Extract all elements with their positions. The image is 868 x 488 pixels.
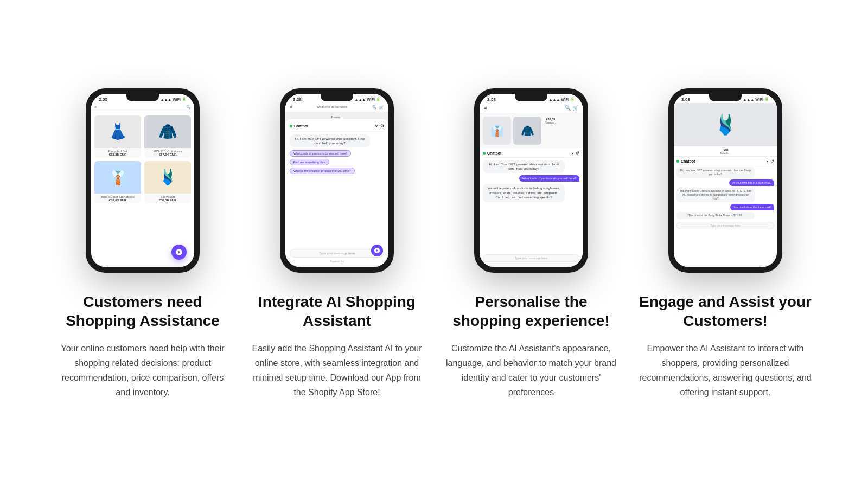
p3-user-message: What kinds of products do you sell here? (519, 175, 579, 182)
phone-screen-2: 3:28 ▲▲▲ WiFi 🔋 ≡ Welcome to our store (285, 94, 388, 267)
p4-bot-reply-1: The Party Eddie Dress is available in si… (676, 188, 755, 202)
time-4: 3:08 (681, 97, 690, 102)
p3-shop-header: ≡ 🔍 🛒 (480, 103, 583, 113)
p4-refresh-icon[interactable]: ↺ (770, 159, 774, 164)
p3-menu-icon: ≡ (484, 105, 487, 111)
p3-collapse-icon[interactable]: ∨ (571, 151, 574, 156)
p3-product-thumb-1: 👔 (483, 117, 511, 145)
p3-chatbot-label: Chatbot (483, 151, 501, 155)
p4-bot-intro: Hi, I am Your GPT powered shop assistant… (676, 167, 755, 178)
suggestion-pill-1[interactable]: What kinds of products do you sell here? (290, 150, 351, 157)
time-1: 2:55 (99, 97, 107, 102)
phone-mockup-3: 2:53 ▲▲▲ WiFi 🔋 ≡ 🔍 🛒 (474, 88, 588, 273)
product-item-4: 🩱 Sally Skirt €58,58 EUR (144, 161, 191, 203)
p4-chatbot-text: Chatbot (681, 159, 695, 163)
phone-mockup-1: 2:55 ▲▲▲ WiFi 🔋 ≡ 🔍 (86, 88, 200, 273)
p4-user-msg-1: Do you have this in a size small? (729, 179, 774, 186)
p3-nav-icons: 🔍 🛒 (565, 105, 578, 111)
p4-chat-input[interactable]: Type your message here (676, 222, 774, 229)
feature-title-3: Personalise the shopping experience! (443, 292, 620, 330)
phone1-content: ≡ 🔍 👗 Recycled Set €32,85 EUR (91, 103, 194, 265)
p4-chat-header: Chatbot ∨ ↺ (676, 159, 774, 165)
skirt-icon: 🩱 (158, 168, 177, 186)
signal-icon-2: ▲▲▲ (354, 98, 366, 101)
search-icon-2: 🔍 (372, 105, 377, 110)
p4-chat-controls: ∨ ↺ (766, 159, 774, 164)
shop-welcome: Welcome to our store (317, 105, 348, 110)
shop-header-2: ≡ Welcome to our store 🔍 🛒 (285, 103, 388, 112)
chatbot-label-2: Chatbot (290, 124, 308, 128)
suggestion-pills: What kinds of products do you sell here?… (290, 150, 384, 175)
signal-icon-4: ▲▲▲ (743, 98, 754, 101)
p1-nav-icon: ≡ (94, 105, 97, 110)
product-price-3: €59,63 EUR (97, 198, 139, 202)
suggestion-pill-3[interactable]: What is the smallest product that you of… (290, 168, 355, 174)
cart-icon: 🛒 (379, 105, 384, 110)
p3-cart-icon: 🛒 (572, 105, 578, 111)
chat-input-2[interactable]: Type your message here (290, 249, 384, 258)
wifi-icon-2: WiFi (367, 98, 375, 101)
feature-description-2: Easily add the Shopping Assistant AI to … (250, 341, 424, 400)
battery-icon-2: 🔋 (376, 97, 381, 101)
p3-chat-header: Chatbot ∨ ↺ (483, 151, 579, 158)
collapse-icon[interactable]: ∨ (375, 124, 378, 129)
p3-chat-section: Chatbot ∨ ↺ Hi, I am Your GPT powered sh… (480, 148, 583, 265)
product-img-3: 👔 (94, 161, 141, 194)
p4-chat-section: Chatbot ∨ ↺ Hi, I am Your GPT powered sh… (674, 157, 777, 265)
p3-chat-input[interactable]: Type your message here (483, 254, 579, 262)
feature-title-2: Integrate AI Shopping Assistant (248, 292, 425, 330)
product-img-2: 🧥 (144, 115, 191, 148)
p3-chatbot-text: Chatbot (487, 151, 501, 155)
p1-nav: ≡ 🔍 (91, 103, 194, 112)
p3-online-indicator (483, 152, 486, 155)
status-icons-2: ▲▲▲ WiFi 🔋 (354, 97, 381, 101)
powered-by-2: Powered by (290, 260, 384, 265)
p3-products-row: 👔 🧥 €32,85 From c... (480, 113, 583, 148)
phone-screen-4: 3:08 ▲▲▲ WiFi 🔋 🩱 PAR €32,8... (674, 94, 777, 267)
p4-chatbot-label: Chatbot (676, 159, 695, 163)
product-item-3: 👔 Blue Suede Shirt dress €59,63 EUR (94, 161, 141, 203)
feature-description-4: Empower the AI Assistant to interact wit… (639, 341, 812, 400)
phone-mockup-2: 3:28 ▲▲▲ WiFi 🔋 ≡ Welcome to our store (280, 88, 394, 273)
wifi-icon-3: WiFi (561, 98, 569, 101)
shop-menu-icon: ≡ (290, 105, 292, 110)
product-item-1: 👗 Recycled Set €32,85 EUR (94, 115, 141, 158)
product-grid: 👗 Recycled Set €32,85 EUR 🧥 (91, 112, 194, 207)
wifi-icon-4: WiFi (755, 98, 763, 101)
phone4-content: 🩱 PAR €32,8... Chatbot (674, 103, 777, 265)
p4-bot-reply-2: The price of the Party Eddie Dress is $3… (676, 212, 755, 219)
phone-screen-1: 2:55 ▲▲▲ WiFi 🔋 ≡ 🔍 (91, 94, 194, 267)
phone-notch-2 (321, 94, 353, 101)
p4-collapse-icon[interactable]: ∨ (766, 159, 769, 164)
p3-refresh-icon[interactable]: ↺ (576, 151, 579, 156)
battery-icon-4: 🔋 (764, 97, 769, 101)
coat-icon: 🧥 (158, 123, 177, 140)
p4-price: €32,8... (677, 151, 774, 155)
product-img-1: 👗 (94, 115, 141, 148)
p4-user-msg-2: How much does the dress cost? (730, 204, 774, 210)
product-info-1: Recycled Set €32,85 EUR (94, 148, 141, 158)
chat-fab-2[interactable] (371, 245, 383, 256)
page-container: 2:55 ▲▲▲ WiFi 🔋 ≡ 🔍 (0, 0, 868, 488)
settings-icon-2[interactable]: ⚙ (380, 124, 384, 129)
p3-bot-greeting: Hi, I am Your GPT powered shop assistant… (483, 160, 565, 174)
chatbot-text-2: Chatbot (294, 124, 308, 128)
p4-product-info: PAR €32,8... (674, 146, 777, 157)
product-info-2: MW 110 V-Lit dress €57,94 EUR (144, 148, 191, 158)
phone-notch-4 (709, 94, 742, 101)
status-icons-1: ▲▲▲ WiFi 🔋 (160, 97, 187, 101)
feature-title-4: Engage and Assist your Customers! (637, 292, 814, 330)
phone-mockup-4: 3:08 ▲▲▲ WiFi 🔋 🩱 PAR €32,8... (668, 88, 782, 273)
suggestion-pill-2[interactable]: Find me something blue (290, 159, 329, 165)
featured-text: Featu... (331, 115, 342, 119)
features-grid: 2:55 ▲▲▲ WiFi 🔋 ≡ 🔍 (54, 88, 814, 400)
feature-description-3: Customize the AI Assistant's appearance,… (444, 341, 618, 400)
feature-col-1: 2:55 ▲▲▲ WiFi 🔋 ≡ 🔍 (54, 88, 231, 400)
wifi-icon: WiFi (173, 98, 181, 101)
product-name-3: Blue Suede Shirt dress (97, 195, 139, 198)
chat-fab-1[interactable] (171, 245, 187, 260)
time-2: 3:28 (293, 97, 302, 102)
p3-product-thumb-2: 🧥 (513, 117, 541, 145)
feature-col-4: 3:08 ▲▲▲ WiFi 🔋 🩱 PAR €32,8... (637, 88, 814, 400)
status-icons-3: ▲▲▲ WiFi 🔋 (548, 97, 575, 101)
